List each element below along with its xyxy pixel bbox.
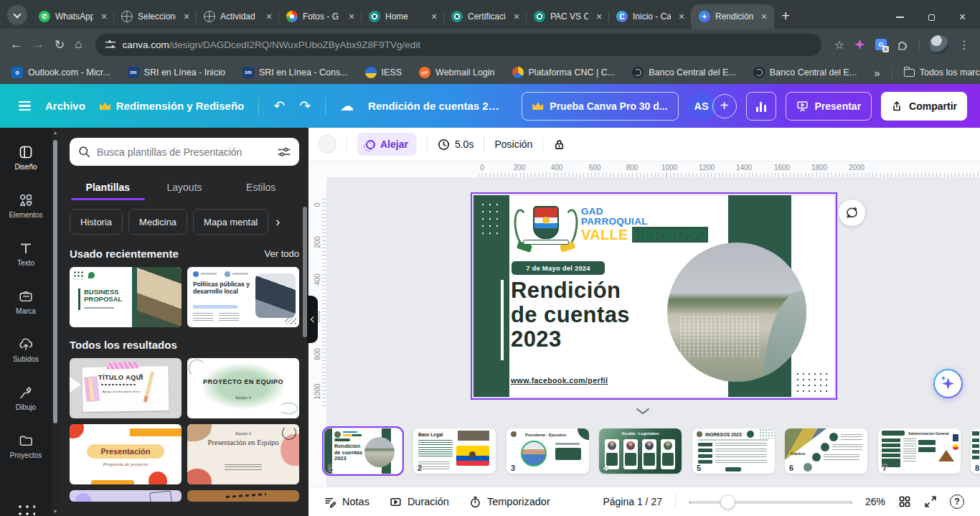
apps-grid-icon[interactable]	[17, 503, 35, 516]
browser-tab-pac[interactable]: PAC VS CE×	[527, 4, 609, 29]
browser-tab-seleccione[interactable]: Seleccione×	[114, 4, 197, 29]
close-tab-icon[interactable]: ×	[593, 11, 605, 22]
sidebar-item-elementos[interactable]: Elementos	[3, 183, 49, 229]
scroll-down-icon[interactable]: ▼	[52, 509, 59, 514]
timer-button[interactable]: Temporizador	[469, 496, 550, 508]
chip-historia[interactable]: Historia	[70, 209, 123, 235]
close-tab-icon[interactable]: ×	[511, 11, 522, 22]
slide-thumbnail-7[interactable]: Administración General 7	[878, 428, 961, 474]
sidebar-item-texto[interactable]: Texto	[3, 231, 49, 277]
insights-chart-button[interactable]	[746, 92, 776, 121]
sidebar-item-subidos[interactable]: Subidos	[3, 327, 49, 373]
browser-tab-inicio-canva[interactable]: CInicio - Ca×	[609, 4, 692, 29]
maximize-icon[interactable]	[928, 14, 935, 21]
template-business-proposal[interactable]: BUSINESS PROPOSAL	[70, 267, 182, 327]
scroll-up-icon[interactable]: ▲	[52, 130, 59, 135]
panel-collapse-handle[interactable]	[307, 296, 318, 343]
browser-tab-certificaci[interactable]: Certificaci×	[444, 4, 527, 29]
resize-menu[interactable]: Redimensión y Rediseño	[100, 100, 244, 112]
tab-search-button[interactable]	[7, 5, 27, 25]
new-tab-button[interactable]: +	[781, 8, 790, 23]
close-tab-icon[interactable]: ×	[181, 11, 192, 22]
chrome-experiment-icon[interactable]	[854, 39, 865, 50]
undo-icon[interactable]: ↶	[273, 99, 285, 113]
zoom-level[interactable]: 26%	[865, 496, 885, 507]
fullscreen-icon[interactable]	[924, 495, 937, 508]
grid-view-icon[interactable]	[898, 495, 911, 508]
canva-pro-trial-button[interactable]: Prueba Canva Pro 30 d...	[522, 92, 678, 121]
close-tab-icon[interactable]: ×	[428, 11, 440, 22]
slide-thumbnail-3[interactable]: Presidente - Ejecutivo 3	[507, 428, 589, 474]
all-bookmarks-button[interactable]: Todos los marcadores	[904, 67, 980, 78]
site-settings-icon[interactable]	[105, 40, 116, 49]
redo-icon[interactable]: ↷	[299, 99, 311, 113]
bookmark-sri-consultas[interactable]: SRISRI en Línea - Cons...	[242, 67, 348, 78]
duration-button-bottom[interactable]: Duración	[390, 496, 449, 508]
share-button[interactable]: Compartir	[881, 92, 967, 121]
extensions-puzzle-icon[interactable]	[897, 39, 909, 51]
page-indicator[interactable]: Página 1 / 27	[603, 496, 662, 507]
slide-thumbnail-4[interactable]: Vocalía - Legislativo 4	[599, 428, 682, 474]
browser-profile-avatar[interactable]	[930, 35, 948, 54]
user-avatar[interactable]: AS	[688, 93, 715, 120]
animate-button[interactable]: Alejar	[357, 133, 417, 156]
template-partial-2[interactable]	[187, 490, 299, 502]
lock-icon[interactable]	[553, 139, 565, 151]
bookmark-sri-inicio[interactable]: SRISRI en Línea - Inicio	[128, 67, 225, 78]
slider-handle[interactable]	[720, 494, 735, 510]
present-button[interactable]: Presentar	[786, 92, 872, 121]
bookmarks-overflow-button[interactable]: »	[874, 67, 880, 79]
slide-thumbnail-5[interactable]: INGRESOS 2023 5	[692, 428, 775, 474]
filmstrip-collapse-chevron[interactable]	[635, 408, 651, 415]
template-search-box[interactable]	[70, 138, 299, 166]
close-tab-icon[interactable]: ×	[346, 11, 357, 22]
url-field[interactable]: canva.com/design/DAGDcedI2RQ/NWuxPUboZBy…	[95, 34, 821, 56]
bookmark-iess[interactable]: IESS	[365, 67, 402, 78]
home-icon[interactable]: ⌂	[75, 37, 82, 52]
notes-button[interactable]: Notas	[324, 496, 369, 508]
template-proyecto-en-equipo[interactable]: PROYECTO EN EQUIPO Equipo: 4	[187, 358, 299, 418]
chip-medicina[interactable]: Medicina	[128, 209, 187, 235]
date-badge[interactable]: 7 de Mayo del 2024	[512, 261, 605, 275]
bookmark-bce-1[interactable]: Banco Central del E...	[632, 67, 736, 78]
chip-mapa-mental[interactable]: Mapa mental	[193, 209, 268, 235]
slider-track[interactable]	[689, 501, 852, 504]
sidebar-item-dibujo[interactable]: Dibujo	[3, 375, 49, 421]
canva-assistant-button[interactable]	[933, 369, 963, 398]
slide-title[interactable]: Rendición de cuentas 2023	[511, 278, 630, 352]
reload-icon[interactable]: ↻	[55, 37, 65, 52]
close-tab-icon[interactable]: ×	[676, 11, 687, 22]
template-titulo-aqui[interactable]: TÍTULO AQUÍ Agrega una descripción breve…	[70, 358, 182, 418]
slide-thumbnail-8[interactable]: 8	[971, 428, 980, 474]
add-member-button[interactable]: +	[712, 94, 737, 118]
forward-icon[interactable]: →	[32, 37, 44, 52]
translate-icon[interactable]: G	[875, 39, 887, 50]
slide-thumbnail-1[interactable]: Rendiciónde cuentas2023 1	[324, 428, 402, 474]
close-tab-icon[interactable]: ×	[98, 11, 110, 22]
see-all-link[interactable]: Ver todo	[265, 248, 299, 259]
slide-thumbnail-2[interactable]: Base Legal 2	[413, 428, 496, 474]
duration-button[interactable]: 5.0s	[438, 139, 473, 151]
position-button[interactable]: Posición	[494, 139, 532, 150]
bookmark-cnc[interactable]: Plataforma CNC | C...	[512, 67, 616, 78]
aerial-photo-circle[interactable]	[667, 243, 806, 382]
tab-layouts[interactable]: Layouts	[146, 176, 223, 200]
add-comment-button[interactable]	[839, 200, 865, 226]
help-button[interactable]: ?	[950, 494, 964, 509]
sidebar-item-proyectos[interactable]: Proyectos	[3, 423, 49, 469]
search-input[interactable]	[97, 146, 271, 158]
back-icon[interactable]: ←	[10, 37, 22, 52]
gad-crest-logo[interactable]	[513, 205, 579, 255]
template-politicas-publicas[interactable]: Políticas públicas y desarrollo local	[187, 267, 299, 327]
close-window-icon[interactable]: ×	[959, 11, 966, 23]
minimize-icon[interactable]	[896, 17, 904, 18]
tab-plantillas[interactable]: Plantillas	[70, 176, 146, 200]
template-presentacion-en-equipo[interactable]: Equipo 3 Presentación en Equipo	[187, 424, 299, 484]
bookmark-outlook[interactable]: oOutlook.com - Micr...	[11, 67, 110, 78]
close-tab-icon[interactable]: ×	[758, 11, 770, 22]
slide-page-1[interactable]: GAD PARROQUIAL VALLE HERMOSO 7 de Mayo d…	[473, 195, 834, 397]
sidebar-item-diseno[interactable]: Diseño	[3, 135, 49, 181]
zoom-slider[interactable]	[689, 494, 852, 509]
slide-thumbnail-6[interactable]: Gastos 6	[785, 428, 867, 474]
close-tab-icon[interactable]: ×	[263, 11, 275, 22]
